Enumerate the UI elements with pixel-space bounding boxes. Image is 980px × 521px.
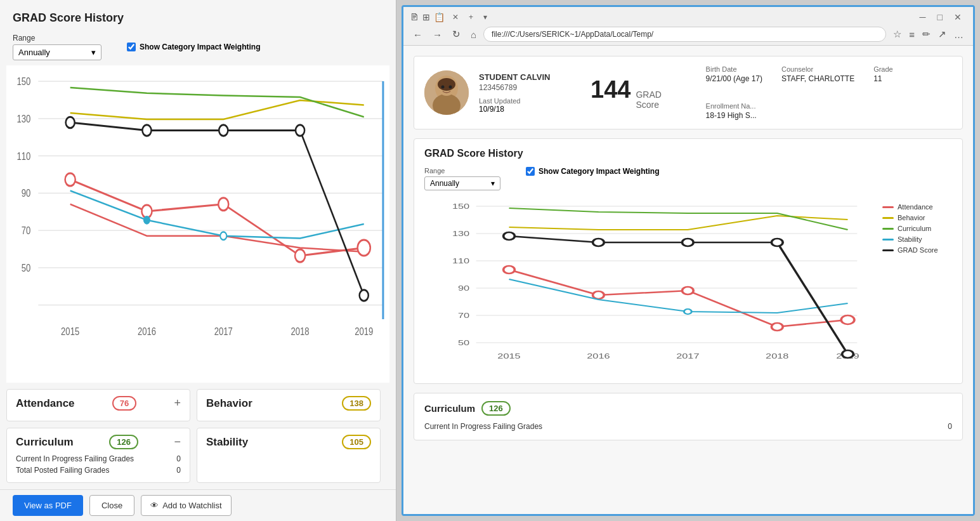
- enrollment-value: 18-19 High S...: [706, 111, 757, 120]
- attendance-action[interactable]: +: [174, 397, 181, 410]
- svg-text:110: 110: [452, 257, 470, 265]
- curriculum-title: Curriculum: [16, 436, 74, 449]
- curriculum-action[interactable]: −: [174, 435, 181, 449]
- svg-point-27: [219, 125, 228, 136]
- svg-point-25: [66, 117, 75, 128]
- range-select-left[interactable]: Annually ▾: [13, 44, 101, 60]
- browser-chrome: 🖹 ⊞ 📋 ✕ + ▾ ─ □ ✕ ← → ↻ ⌂ ☆ ≡ ✏ ↗ …: [403, 7, 973, 46]
- svg-text:2016: 2016: [138, 326, 156, 338]
- legend-dot-curriculum: [882, 228, 894, 230]
- small-weighting-group: Show Category Impact Weighting: [526, 167, 659, 176]
- curriculum-row-1: Current In Progress Failing Grades 0: [16, 453, 181, 465]
- svg-text:50: 50: [22, 263, 31, 274]
- attendance-card-header: Attendance 76 +: [16, 396, 181, 411]
- small-weighting-checkbox[interactable]: [526, 167, 535, 176]
- window-close-button[interactable]: ✕: [949, 11, 967, 23]
- counselor-group: Counselor STAFF, CHARLOTTE: [781, 65, 854, 83]
- svg-text:2018: 2018: [766, 352, 789, 360]
- curriculum-card: Curriculum 126 − Current In Progress Fai…: [6, 428, 190, 483]
- view-pdf-button[interactable]: View as PDF: [13, 495, 83, 516]
- svg-text:130: 130: [452, 230, 470, 238]
- grade-value: 11: [873, 74, 893, 83]
- svg-point-57: [682, 287, 693, 294]
- stability-card-header: Stability 105: [206, 435, 371, 449]
- notes-button[interactable]: ✏: [919, 27, 934, 41]
- close-button[interactable]: Close: [89, 495, 134, 516]
- browser-tabs-bar: 🖹 ⊞ 📋 ✕ + ▾ ─ □ ✕: [403, 7, 973, 23]
- nav-forward-button[interactable]: →: [429, 28, 445, 41]
- favorites-button[interactable]: ☆: [890, 27, 905, 41]
- svg-text:90: 90: [458, 284, 469, 293]
- svg-text:90: 90: [22, 188, 31, 199]
- main-chart-area: 150 130 110 90 70 50 2015 2016 2017 2018…: [6, 65, 389, 383]
- behavior-card-header: Behavior 138: [206, 396, 371, 411]
- small-range-select[interactable]: Annually ▾: [424, 176, 500, 190]
- weighting-checkbox-left[interactable]: [127, 43, 136, 51]
- legend-attendance: Attendance: [882, 203, 952, 211]
- small-controls: Range Annually ▾ Show Category Impact We…: [424, 167, 952, 190]
- refresh-button[interactable]: ↻: [449, 27, 464, 41]
- legend-label-stability: Stability: [898, 235, 922, 243]
- legend-grad-score: GRAD Score: [882, 246, 952, 254]
- tab-dropdown-button[interactable]: ▾: [480, 11, 491, 23]
- svg-point-64: [771, 239, 783, 246]
- small-range-label: Range: [424, 167, 500, 175]
- svg-text:150: 150: [452, 202, 470, 211]
- svg-text:50: 50: [458, 339, 469, 347]
- address-bar[interactable]: [483, 27, 886, 42]
- bottom-buttons: View as PDF Close 👁 Add to Watchlist: [0, 489, 396, 521]
- svg-text:2017: 2017: [214, 326, 233, 338]
- svg-point-56: [593, 291, 604, 299]
- birth-date-group: Birth Date 9/21/00 (Age 17): [706, 65, 762, 83]
- left-panel: GRAD Score History Range Annually ▾ Show…: [0, 0, 396, 521]
- svg-point-35: [438, 78, 455, 91]
- legend-curriculum: Curriculum: [882, 225, 952, 232]
- svg-point-26: [142, 125, 151, 136]
- svg-point-36: [441, 86, 445, 89]
- nav-back-button[interactable]: ←: [410, 28, 426, 41]
- behavior-card: Behavior 138: [197, 389, 381, 421]
- svg-point-37: [449, 86, 452, 89]
- grade-group: Grade 11: [873, 65, 893, 83]
- watchlist-label: Add to Watchlist: [162, 501, 221, 510]
- stability-badge: 105: [342, 435, 371, 449]
- enrollment-label: Enrollment Na...: [706, 102, 757, 110]
- curriculum-row-2-value: 0: [176, 466, 181, 475]
- svg-point-29: [360, 290, 369, 301]
- svg-point-28: [296, 125, 304, 136]
- legend-label-behavior: Behavior: [898, 214, 925, 221]
- student-avatar: [424, 70, 469, 115]
- browser-addressbar: ← → ↻ ⌂ ☆ ≡ ✏ ↗ …: [403, 23, 973, 45]
- svg-point-58: [771, 323, 783, 331]
- more-button[interactable]: …: [951, 27, 967, 41]
- last-updated-label: Last Updated: [479, 97, 568, 105]
- share-button[interactable]: ↗: [935, 27, 950, 41]
- curriculum-small-title: Curriculum: [424, 403, 475, 414]
- student-header: STUDENT CALVIN 123456789 Last Updated 10…: [414, 56, 963, 129]
- svg-point-63: [682, 239, 693, 246]
- minimize-button[interactable]: ─: [915, 11, 931, 23]
- curriculum-row-2-label: Total Posted Failing Grades: [16, 466, 109, 475]
- maximize-button[interactable]: □: [932, 11, 948, 23]
- new-tab-button[interactable]: +: [465, 11, 477, 23]
- curriculum-small-row-label: Current In Progress Failing Grades: [424, 422, 542, 431]
- attendance-badge: 76: [112, 396, 136, 411]
- student-details: Birth Date 9/21/00 (Age 17) Counselor ST…: [706, 65, 952, 120]
- watchlist-button[interactable]: 👁 Add to Watchlist: [141, 495, 231, 516]
- svg-point-20: [218, 198, 228, 211]
- svg-point-24: [220, 232, 226, 241]
- behavior-title: Behavior: [206, 397, 252, 410]
- close-tab-button[interactable]: ✕: [448, 11, 462, 23]
- legend-label-grad: GRAD Score: [898, 246, 938, 254]
- home-button[interactable]: ⌂: [467, 28, 480, 41]
- legend-label-curriculum: Curriculum: [898, 225, 931, 232]
- range-label: Range: [13, 34, 101, 43]
- svg-text:2016: 2016: [587, 352, 610, 360]
- svg-text:130: 130: [16, 114, 30, 125]
- legend-dot-grad: [882, 249, 894, 251]
- reading-view-button[interactable]: ≡: [906, 27, 918, 41]
- behavior-badge: 138: [342, 396, 371, 411]
- browser-action-buttons: ☆ ≡ ✏ ↗ …: [890, 27, 967, 41]
- svg-text:70: 70: [458, 312, 469, 320]
- curriculum-small-card: Curriculum 126 Current In Progress Faili…: [414, 393, 963, 440]
